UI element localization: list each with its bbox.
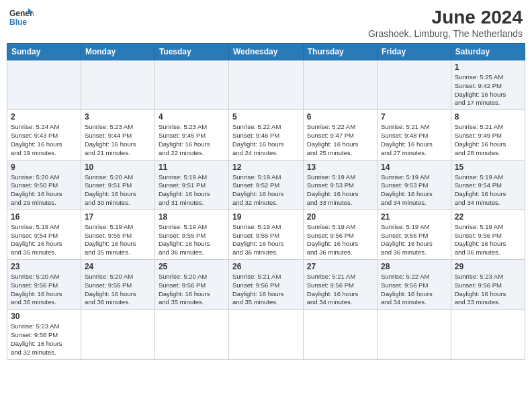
calendar-day-cell: 21Sunrise: 5:19 AM Sunset: 9:56 PM Dayli…	[378, 210, 451, 259]
calendar-table: SundayMondayTuesdayWednesdayThursdayFrid…	[7, 43, 525, 360]
day-number: 14	[381, 163, 447, 172]
day-info: Sunrise: 5:19 AM Sunset: 9:54 PM Dayligh…	[11, 223, 77, 257]
day-number: 18	[159, 212, 225, 222]
day-info: Sunrise: 5:19 AM Sunset: 9:54 PM Dayligh…	[455, 173, 521, 208]
day-info: Sunrise: 5:21 AM Sunset: 9:56 PM Dayligh…	[307, 273, 373, 307]
calendar-day-cell: 30Sunrise: 5:23 AM Sunset: 9:56 PM Dayli…	[7, 310, 81, 359]
day-number: 24	[85, 262, 151, 271]
day-number: 7	[381, 112, 447, 122]
day-number: 19	[232, 212, 300, 222]
generalblue-logo-icon: General Blue	[9, 7, 34, 27]
day-number: 26	[232, 262, 300, 271]
day-number: 23	[11, 262, 77, 271]
day-number: 8	[455, 112, 521, 122]
day-number: 21	[381, 212, 447, 222]
calendar-day-cell	[81, 60, 154, 110]
day-info: Sunrise: 5:22 AM Sunset: 9:56 PM Dayligh…	[381, 273, 447, 307]
day-info: Sunrise: 5:19 AM Sunset: 9:55 PM Dayligh…	[85, 223, 151, 257]
calendar-day-cell: 25Sunrise: 5:20 AM Sunset: 9:56 PM Dayli…	[154, 260, 228, 310]
calendar-day-cell: 1Sunrise: 5:25 AM Sunset: 9:42 PM Daylig…	[451, 60, 525, 110]
day-info: Sunrise: 5:21 AM Sunset: 9:48 PM Dayligh…	[381, 123, 447, 157]
calendar-day-cell: 27Sunrise: 5:21 AM Sunset: 9:56 PM Dayli…	[303, 260, 377, 310]
calendar-day-cell	[7, 60, 81, 110]
day-info: Sunrise: 5:23 AM Sunset: 9:44 PM Dayligh…	[85, 123, 151, 157]
calendar-week-row: 30Sunrise: 5:23 AM Sunset: 9:56 PM Dayli…	[7, 310, 525, 359]
calendar-day-cell	[303, 310, 377, 359]
weekday-header-monday: Monday	[81, 44, 154, 60]
calendar-day-cell	[154, 60, 228, 110]
day-info: Sunrise: 5:20 AM Sunset: 9:56 PM Dayligh…	[159, 273, 225, 307]
day-info: Sunrise: 5:21 AM Sunset: 9:56 PM Dayligh…	[232, 273, 300, 307]
day-info: Sunrise: 5:22 AM Sunset: 9:47 PM Dayligh…	[307, 123, 373, 157]
day-info: Sunrise: 5:19 AM Sunset: 9:55 PM Dayligh…	[232, 223, 300, 257]
day-info: Sunrise: 5:19 AM Sunset: 9:56 PM Dayligh…	[455, 223, 521, 257]
calendar-day-cell: 29Sunrise: 5:23 AM Sunset: 9:56 PM Dayli…	[451, 260, 525, 310]
calendar-day-cell: 11Sunrise: 5:19 AM Sunset: 9:51 PM Dayli…	[154, 160, 228, 210]
day-number: 9	[11, 163, 77, 172]
page-container: General Blue June 2024 Grashoek, Limburg…	[7, 7, 525, 360]
calendar-day-cell	[154, 310, 228, 359]
calendar-day-cell: 10Sunrise: 5:20 AM Sunset: 9:51 PM Dayli…	[81, 160, 154, 210]
day-number: 6	[307, 112, 373, 122]
day-info: Sunrise: 5:22 AM Sunset: 9:46 PM Dayligh…	[232, 123, 300, 157]
day-info: Sunrise: 5:19 AM Sunset: 9:52 PM Dayligh…	[232, 173, 300, 208]
day-number: 10	[85, 163, 151, 172]
calendar-day-cell: 22Sunrise: 5:19 AM Sunset: 9:56 PM Dayli…	[451, 210, 525, 259]
calendar-day-cell	[378, 60, 451, 110]
location-subtitle: Grashoek, Limburg, The Netherlands	[368, 28, 523, 39]
calendar-day-cell: 3Sunrise: 5:23 AM Sunset: 9:44 PM Daylig…	[81, 110, 154, 160]
day-number: 1	[455, 62, 521, 72]
calendar-day-cell: 14Sunrise: 5:19 AM Sunset: 9:53 PM Dayli…	[378, 160, 451, 210]
calendar-day-cell: 5Sunrise: 5:22 AM Sunset: 9:46 PM Daylig…	[228, 110, 303, 160]
calendar-day-cell	[378, 310, 451, 359]
calendar-day-cell: 2Sunrise: 5:24 AM Sunset: 9:43 PM Daylig…	[7, 110, 81, 160]
weekday-header-friday: Friday	[378, 44, 451, 60]
day-info: Sunrise: 5:20 AM Sunset: 9:50 PM Dayligh…	[11, 173, 77, 208]
calendar-day-cell: 24Sunrise: 5:20 AM Sunset: 9:56 PM Dayli…	[81, 260, 154, 310]
calendar-day-cell: 16Sunrise: 5:19 AM Sunset: 9:54 PM Dayli…	[7, 210, 81, 259]
day-info: Sunrise: 5:19 AM Sunset: 9:53 PM Dayligh…	[307, 173, 373, 208]
day-number: 13	[307, 163, 373, 172]
calendar-day-cell: 12Sunrise: 5:19 AM Sunset: 9:52 PM Dayli…	[228, 160, 303, 210]
day-info: Sunrise: 5:25 AM Sunset: 9:42 PM Dayligh…	[455, 73, 521, 107]
calendar-day-cell	[451, 310, 525, 359]
weekday-header-thursday: Thursday	[303, 44, 377, 60]
header: General Blue June 2024 Grashoek, Limburg…	[7, 7, 525, 39]
day-number: 5	[232, 112, 300, 122]
calendar-day-cell: 19Sunrise: 5:19 AM Sunset: 9:55 PM Dayli…	[228, 210, 303, 259]
day-number: 11	[159, 163, 225, 172]
weekday-header-tuesday: Tuesday	[154, 44, 228, 60]
day-info: Sunrise: 5:20 AM Sunset: 9:56 PM Dayligh…	[11, 273, 77, 307]
day-number: 4	[159, 112, 225, 122]
weekday-header-sunday: Sunday	[7, 44, 81, 60]
calendar-day-cell	[81, 310, 154, 359]
svg-text:Blue: Blue	[9, 17, 27, 27]
day-info: Sunrise: 5:23 AM Sunset: 9:56 PM Dayligh…	[11, 322, 77, 357]
day-number: 3	[85, 112, 151, 122]
calendar-day-cell	[303, 60, 377, 110]
day-info: Sunrise: 5:21 AM Sunset: 9:49 PM Dayligh…	[455, 123, 521, 157]
day-info: Sunrise: 5:23 AM Sunset: 9:45 PM Dayligh…	[159, 123, 225, 157]
day-number: 25	[159, 262, 225, 271]
day-number: 28	[381, 262, 447, 271]
day-number: 12	[232, 163, 300, 172]
day-number: 15	[455, 163, 521, 172]
day-info: Sunrise: 5:19 AM Sunset: 9:51 PM Dayligh…	[159, 173, 225, 208]
day-info: Sunrise: 5:23 AM Sunset: 9:56 PM Dayligh…	[455, 273, 521, 307]
day-info: Sunrise: 5:19 AM Sunset: 9:55 PM Dayligh…	[159, 223, 225, 257]
calendar-day-cell: 13Sunrise: 5:19 AM Sunset: 9:53 PM Dayli…	[303, 160, 377, 210]
calendar-day-cell: 7Sunrise: 5:21 AM Sunset: 9:48 PM Daylig…	[378, 110, 451, 160]
day-number: 17	[85, 212, 151, 222]
weekday-header-row: SundayMondayTuesdayWednesdayThursdayFrid…	[7, 44, 525, 60]
day-info: Sunrise: 5:20 AM Sunset: 9:56 PM Dayligh…	[85, 273, 151, 307]
title-area: June 2024 Grashoek, Limburg, The Netherl…	[368, 7, 523, 39]
calendar-day-cell: 8Sunrise: 5:21 AM Sunset: 9:49 PM Daylig…	[451, 110, 525, 160]
calendar-day-cell: 9Sunrise: 5:20 AM Sunset: 9:50 PM Daylig…	[7, 160, 81, 210]
day-info: Sunrise: 5:20 AM Sunset: 9:51 PM Dayligh…	[85, 173, 151, 208]
calendar-day-cell: 6Sunrise: 5:22 AM Sunset: 9:47 PM Daylig…	[303, 110, 377, 160]
calendar-day-cell: 4Sunrise: 5:23 AM Sunset: 9:45 PM Daylig…	[154, 110, 228, 160]
day-number: 2	[11, 112, 77, 122]
day-number: 20	[307, 212, 373, 222]
day-number: 16	[11, 212, 77, 222]
day-number: 27	[307, 262, 373, 271]
